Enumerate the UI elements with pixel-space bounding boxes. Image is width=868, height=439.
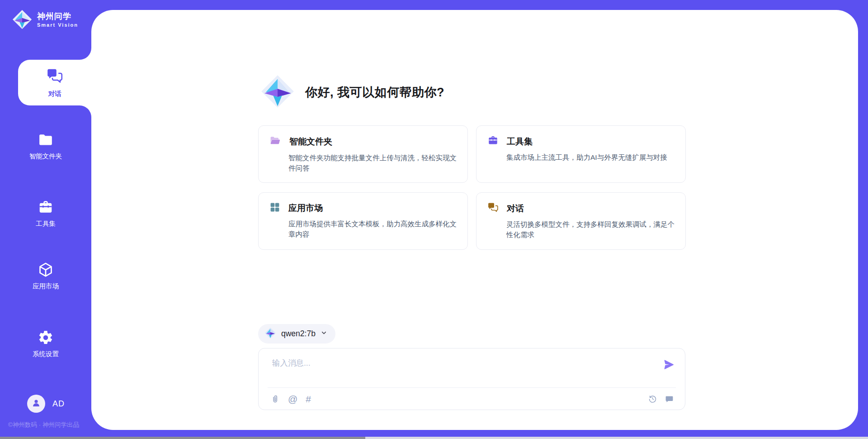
- card-app-market[interactable]: 应用市场 应用市场提供丰富长文本模板，助力高效生成多样化文章内容: [258, 192, 468, 250]
- paperclip-icon[interactable]: [270, 394, 280, 404]
- person-icon: [31, 397, 42, 410]
- sidebar-item-label: 工具集: [0, 220, 91, 228]
- folder-open-icon: [269, 135, 281, 148]
- card-description: 智能文件夹功能支持批量文件上传与清洗，轻松实现文件问答: [288, 153, 457, 174]
- card-toolset[interactable]: 工具集 集成市场上主流工具，助力AI与外界无缝扩展与对接: [476, 125, 686, 183]
- at-sign-icon[interactable]: @: [288, 395, 297, 404]
- user-name: AD: [52, 399, 65, 409]
- message-composer: @ #: [258, 348, 685, 410]
- hash-icon[interactable]: #: [306, 395, 311, 404]
- history-icon[interactable]: [648, 394, 657, 404]
- brand-logo: 神州问学 Smart Vision: [12, 9, 91, 32]
- card-title: 对话: [507, 203, 524, 215]
- grid-icon: [269, 202, 280, 215]
- sidebar-item-app-market[interactable]: 应用市场: [0, 262, 91, 291]
- feature-cards: 智能文件夹 智能文件夹功能支持批量文件上传与清洗，轻松实现文件问答 工具集 集成…: [258, 125, 686, 250]
- brand-subtitle: Smart Vision: [37, 22, 78, 28]
- cube-icon: [0, 262, 91, 278]
- card-description: 应用市场提供丰富长文本模板，助力高效生成多样化文章内容: [288, 219, 457, 240]
- card-chat[interactable]: 对话 灵活切换多模型文件，支持多样回复效果调试，满足个性化需求: [476, 192, 686, 250]
- diamond-logo-icon: [264, 327, 276, 341]
- message-input[interactable]: [272, 358, 652, 384]
- card-title: 智能文件夹: [289, 136, 332, 148]
- composer-divider: [268, 387, 676, 388]
- briefcase-icon: [487, 135, 499, 148]
- tab-curve-top: [80, 48, 91, 60]
- sidebar-item-label: 智能文件夹: [0, 152, 91, 161]
- main-panel: 你好, 我可以如何帮助你? 智能文件夹 智能文件夹功能支持批量文件上传与清洗，轻…: [91, 10, 858, 430]
- sidebar-item-label: 对话: [48, 90, 61, 98]
- horizontal-scrollbar-track: [0, 437, 868, 439]
- sidebar-item-label: 系统设置: [0, 350, 91, 358]
- card-description: 灵活切换多模型文件，支持多样回复效果调试，满足个性化需求: [506, 219, 675, 240]
- brand-name: 神州问学: [37, 12, 71, 21]
- model-selector[interactable]: qwen2:7b: [258, 324, 335, 344]
- diamond-logo-icon: [12, 9, 33, 32]
- sidebar: 神州问学 Smart Vision 对话 智能文件夹: [0, 0, 91, 439]
- sidebar-item-chat[interactable]: 对话: [18, 60, 91, 105]
- gear-icon: [0, 329, 91, 346]
- sidebar-item-label: 应用市场: [0, 282, 91, 291]
- card-title: 工具集: [507, 136, 533, 148]
- comment-icon[interactable]: [665, 394, 674, 404]
- card-smart-folder[interactable]: 智能文件夹 智能文件夹功能支持批量文件上传与清洗，轻松实现文件问答: [258, 125, 468, 183]
- sidebar-item-smart-folder[interactable]: 智能文件夹: [0, 132, 91, 161]
- sidebar-item-toolset[interactable]: 工具集: [0, 199, 91, 228]
- chevron-down-icon: [321, 329, 327, 338]
- card-description: 集成市场上主流工具，助力AI与外界无缝扩展与对接: [506, 152, 675, 162]
- user-profile[interactable]: AD: [27, 395, 65, 413]
- horizontal-scrollbar-thumb[interactable]: [0, 437, 365, 439]
- folder-icon: [0, 132, 91, 148]
- card-title: 应用市场: [288, 202, 323, 214]
- greeting-block: 你好, 我可以如何帮助你?: [260, 74, 444, 111]
- diamond-logo-icon: [260, 74, 295, 111]
- chat-bubbles-icon: [46, 67, 63, 86]
- avatar: [27, 395, 45, 413]
- sidebar-footer: ©神州数码 · 神州问学出品: [8, 421, 79, 429]
- send-icon[interactable]: [663, 358, 675, 372]
- model-name: qwen2:7b: [281, 329, 316, 339]
- greeting-text: 你好, 我可以如何帮助你?: [305, 84, 444, 100]
- chat-bubbles-icon: [487, 202, 499, 215]
- tab-curve-bottom: [80, 105, 91, 117]
- briefcase-icon: [0, 199, 91, 215]
- sidebar-item-settings[interactable]: 系统设置: [0, 329, 91, 358]
